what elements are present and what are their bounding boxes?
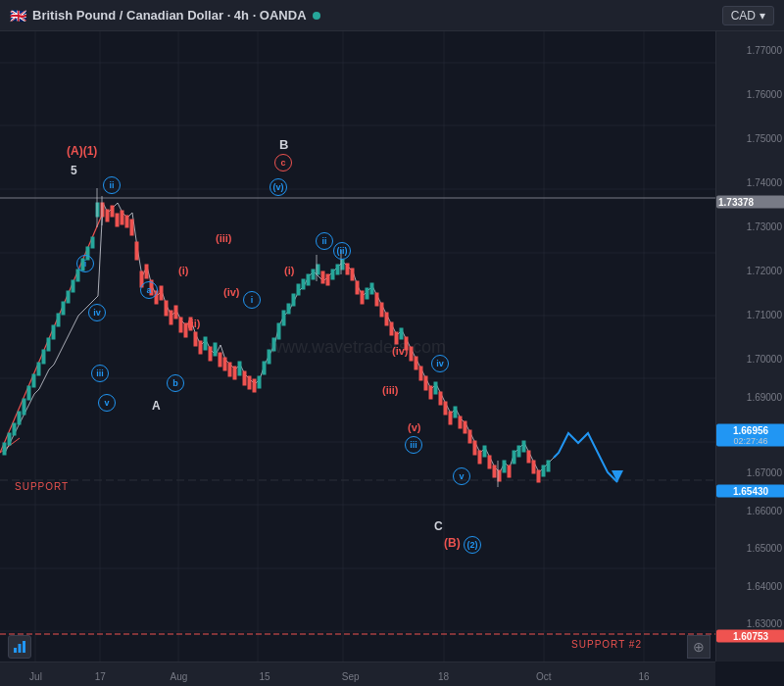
svg-rect-26 xyxy=(13,423,16,435)
svg-rect-125 xyxy=(498,470,501,481)
time-17: 17 xyxy=(95,671,106,682)
svg-rect-102 xyxy=(385,313,388,325)
svg-rect-105 xyxy=(400,328,403,339)
price-highlight-1.65430: 1.65430 xyxy=(716,485,784,498)
price-1.66: 1.66000 xyxy=(747,505,782,515)
svg-rect-59 xyxy=(174,306,177,318)
svg-rect-111 xyxy=(429,386,432,399)
svg-rect-47 xyxy=(116,214,119,226)
svg-rect-52 xyxy=(140,271,143,287)
time-oct: Oct xyxy=(536,671,552,682)
svg-rect-87 xyxy=(312,270,315,279)
svg-rect-82 xyxy=(287,304,290,314)
svg-rect-124 xyxy=(493,466,496,477)
pair-title: British Pound / Canadian Dollar · 4h · O… xyxy=(32,8,307,23)
chevron-down-icon: ▾ xyxy=(760,9,765,23)
svg-rect-58 xyxy=(170,311,172,324)
svg-rect-56 xyxy=(160,286,163,300)
time-axis: Jul 17 Aug 15 Sep 18 Oct 16 xyxy=(0,662,715,686)
svg-rect-106 xyxy=(405,337,408,350)
svg-rect-81 xyxy=(282,311,285,325)
svg-rect-84 xyxy=(297,284,300,295)
svg-rect-42 xyxy=(91,237,94,248)
svg-rect-35 xyxy=(57,314,60,326)
svg-rect-80 xyxy=(277,323,280,339)
price-1.71: 1.71000 xyxy=(747,310,782,320)
svg-rect-40 xyxy=(81,259,84,270)
price-1.75: 1.75000 xyxy=(747,133,782,144)
price-1.69: 1.69000 xyxy=(747,391,782,402)
header-left: 🇬🇧 British Pound / Canadian Dollar · 4h … xyxy=(10,8,307,24)
svg-rect-75 xyxy=(253,379,256,392)
price-1.70: 1.70000 xyxy=(747,354,782,365)
tradingview-logo xyxy=(8,635,31,659)
svg-rect-132 xyxy=(532,461,535,473)
svg-rect-95 xyxy=(351,269,354,280)
svg-rect-55 xyxy=(155,291,158,304)
svg-rect-126 xyxy=(503,461,506,472)
time-16: 16 xyxy=(638,671,649,682)
svg-rect-30 xyxy=(32,374,35,387)
svg-rect-141 xyxy=(14,648,17,653)
svg-rect-27 xyxy=(18,412,21,424)
header-bar: 🇬🇧 British Pound / Canadian Dollar · 4h … xyxy=(0,0,784,31)
svg-rect-107 xyxy=(410,347,413,361)
price-1.67: 1.67000 xyxy=(747,467,782,478)
svg-rect-72 xyxy=(238,362,241,375)
price-1.63: 1.63000 xyxy=(747,618,782,629)
svg-rect-68 xyxy=(219,353,221,367)
svg-rect-98 xyxy=(366,288,368,299)
svg-rect-143 xyxy=(23,641,25,653)
price-1.65: 1.65000 xyxy=(747,543,782,554)
svg-rect-38 xyxy=(72,280,74,292)
svg-rect-79 xyxy=(272,338,275,351)
svg-rect-48 xyxy=(121,211,123,224)
currency-selector[interactable]: CAD ▾ xyxy=(722,6,774,25)
svg-rect-66 xyxy=(209,347,212,361)
svg-rect-65 xyxy=(204,337,207,350)
settings-button[interactable]: ⊕ xyxy=(687,635,710,659)
svg-rect-116 xyxy=(454,407,457,417)
cad-label: CAD xyxy=(731,9,756,23)
svg-rect-53 xyxy=(145,265,148,278)
svg-rect-70 xyxy=(228,363,231,376)
svg-rect-60 xyxy=(179,318,182,332)
svg-rect-85 xyxy=(302,279,305,289)
price-highlight-current: 1.66956 02:27:46 xyxy=(716,423,784,446)
price-1.73: 1.73000 xyxy=(747,221,782,232)
svg-rect-28 xyxy=(23,399,25,415)
price-highlight-1.73378: 1.73378 xyxy=(716,195,784,208)
chart-container: 🇬🇧 British Pound / Canadian Dollar · 4h … xyxy=(0,0,784,686)
svg-rect-36 xyxy=(62,302,65,315)
time-aug: Aug xyxy=(171,671,188,682)
svg-rect-24 xyxy=(3,443,6,455)
svg-rect-46 xyxy=(111,206,114,217)
svg-rect-31 xyxy=(37,363,40,375)
svg-rect-112 xyxy=(434,382,437,394)
svg-rect-74 xyxy=(248,376,251,389)
live-indicator xyxy=(313,12,320,20)
time-15: 15 xyxy=(260,671,270,682)
svg-rect-25 xyxy=(8,433,11,445)
svg-rect-62 xyxy=(189,318,192,330)
svg-rect-109 xyxy=(419,367,422,380)
price-1.72: 1.72000 xyxy=(747,266,782,276)
svg-rect-49 xyxy=(125,216,128,227)
time-sep: Sep xyxy=(342,671,360,682)
flag-icon: 🇬🇧 xyxy=(10,8,26,24)
chart-area: www.wavetraders.com xyxy=(0,31,715,662)
svg-rect-123 xyxy=(488,456,491,468)
svg-rect-120 xyxy=(473,441,476,455)
svg-rect-115 xyxy=(449,412,452,424)
price-chart xyxy=(0,31,715,662)
svg-rect-69 xyxy=(223,358,226,370)
svg-rect-39 xyxy=(76,270,79,281)
price-1.77: 1.77000 xyxy=(747,45,782,56)
svg-rect-96 xyxy=(356,281,359,294)
price-1.74: 1.74000 xyxy=(747,177,782,188)
svg-rect-51 xyxy=(135,242,138,260)
svg-rect-92 xyxy=(336,265,339,274)
svg-rect-50 xyxy=(130,220,133,235)
price-1.76: 1.76000 xyxy=(747,89,782,100)
svg-rect-90 xyxy=(326,274,329,285)
